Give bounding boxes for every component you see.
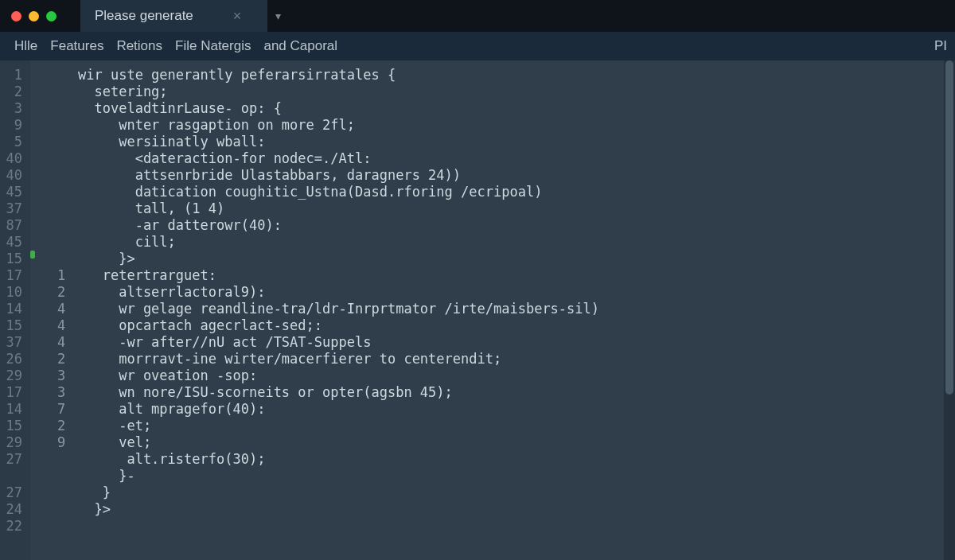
sub-line-number xyxy=(30,217,78,234)
line-number: 1 xyxy=(0,67,30,84)
code-line: wersiinatly wball: xyxy=(78,134,955,150)
menu-item-file-natergis[interactable]: File Natergis xyxy=(169,38,257,54)
scrollbar-thumb[interactable] xyxy=(945,60,953,395)
sub-line-number: 4 xyxy=(30,317,78,334)
code-line: wr oveation -sop: xyxy=(78,368,955,384)
line-number: 27 xyxy=(0,484,30,501)
code-line: tall, (1 4) xyxy=(78,200,955,217)
change-marker-strip xyxy=(30,60,33,560)
sub-line-number xyxy=(30,468,78,484)
code-line: attsenrbride Ulastabbars, daragners 24)) xyxy=(78,167,955,184)
window: Please generate × ▾ Hlle Features Retion… xyxy=(0,0,955,560)
code-line: -wr after//nU act /TSAT-Suppels xyxy=(78,334,955,351)
close-tab-icon[interactable]: × xyxy=(233,8,242,25)
sub-line-number: 1 xyxy=(30,267,78,284)
line-number: 14 xyxy=(0,401,30,418)
menu-item-features[interactable]: Features xyxy=(44,38,110,54)
editor[interactable]: 1239540404537874515171014153726291714152… xyxy=(0,60,955,560)
maximize-window-button[interactable] xyxy=(46,11,57,21)
code-area[interactable]: wir uste generantly peferarsirratales { … xyxy=(78,60,955,560)
line-number: 45 xyxy=(0,184,30,200)
code-line: vel; xyxy=(78,434,955,451)
sub-line-number xyxy=(30,501,78,518)
code-line: wir uste generantly peferarsirratales { xyxy=(78,67,955,84)
line-number: 29 xyxy=(0,368,30,384)
sub-line-number: 4 xyxy=(30,301,78,317)
sub-line-number: 2 xyxy=(30,351,78,368)
line-number: 9 xyxy=(0,117,30,134)
code-line: -et; xyxy=(78,418,955,434)
titlebar: Please generate × ▾ xyxy=(0,0,955,32)
minimize-window-button[interactable] xyxy=(29,11,39,21)
line-number: 24 xyxy=(0,501,30,518)
menu-item-hlle[interactable]: Hlle xyxy=(8,38,44,54)
code-line: toveladtinrLause- op: { xyxy=(78,100,955,117)
line-number: 15 xyxy=(0,317,30,334)
sub-line-number xyxy=(30,67,78,84)
sub-line-number xyxy=(30,484,78,501)
line-number: 26 xyxy=(0,351,30,368)
sub-line-number: 2 xyxy=(30,418,78,434)
sub-line-number: 2 xyxy=(30,284,78,301)
line-number: 5 xyxy=(0,134,30,150)
line-number-gutter: 1239540404537874515171014153726291714152… xyxy=(0,60,30,560)
line-number: 14 xyxy=(0,301,30,317)
code-line: retertrarguet: xyxy=(78,267,955,284)
code-line: }> xyxy=(78,251,955,267)
tab-menu-icon[interactable]: ▾ xyxy=(267,0,288,32)
code-line: <dateraction-for nodec=./Atl: xyxy=(78,150,955,167)
line-number: 10 xyxy=(0,284,30,301)
line-number: 29 xyxy=(0,434,30,451)
code-line: wr gelage reandline-tra/ldr-Inrprtmator … xyxy=(78,301,955,317)
sub-line-number: 4 xyxy=(30,334,78,351)
code-line: } xyxy=(78,484,955,501)
line-number: 37 xyxy=(0,334,30,351)
line-number: 17 xyxy=(0,384,30,401)
sub-line-number: 3 xyxy=(30,384,78,401)
menu-right-label: PI xyxy=(934,38,947,54)
code-line: alt.risterfo(30); xyxy=(78,451,955,468)
window-controls xyxy=(0,11,57,21)
menu-item-retions[interactable]: Retions xyxy=(110,38,169,54)
close-window-button[interactable] xyxy=(11,11,21,21)
code-line: wn nore/ISU-scorneits or opter(agsbn 45)… xyxy=(78,384,955,401)
line-number: 40 xyxy=(0,167,30,184)
code-line: alt mpragefor(40): xyxy=(78,401,955,418)
sub-line-number xyxy=(30,117,78,134)
tab-active[interactable]: Please generate × xyxy=(80,0,267,32)
sub-line-number: 7 xyxy=(30,401,78,418)
code-line: -ar datterowr(40): xyxy=(78,217,955,234)
code-line: opcartach agecrlact-sed;: xyxy=(78,317,955,334)
sub-line-number: 3 xyxy=(30,368,78,384)
sub-line-number xyxy=(30,451,78,468)
secondary-gutter: 12444233729 xyxy=(30,60,78,560)
sub-line-number xyxy=(30,518,78,535)
line-number xyxy=(0,468,30,484)
line-number: 15 xyxy=(0,251,30,267)
sub-line-number xyxy=(30,134,78,150)
line-number: 22 xyxy=(0,518,30,535)
line-number: 27 xyxy=(0,451,30,468)
sub-line-number xyxy=(30,251,78,267)
line-number: 87 xyxy=(0,217,30,234)
sub-line-number xyxy=(30,200,78,217)
code-line: datication coughitic_Ustna(Dasd.rforing … xyxy=(78,184,955,200)
menu-item-and-caporal[interactable]: and Caporal xyxy=(257,38,344,54)
vertical-scrollbar[interactable] xyxy=(944,60,955,560)
sub-line-number: 9 xyxy=(30,434,78,451)
sub-line-number xyxy=(30,100,78,117)
line-number: 3 xyxy=(0,100,30,117)
tab-label: Please generate xyxy=(95,8,193,24)
menubar: Hlle Features Retions File Natergis and … xyxy=(0,32,955,60)
line-number: 40 xyxy=(0,150,30,167)
code-line: wnter rasgaption on more 2fl; xyxy=(78,117,955,134)
line-number: 15 xyxy=(0,418,30,434)
change-marker-icon xyxy=(30,251,35,259)
line-number: 37 xyxy=(0,200,30,217)
code-line: }> xyxy=(78,501,955,518)
code-line: cill; xyxy=(78,234,955,251)
sub-line-number xyxy=(30,150,78,167)
code-line: setering; xyxy=(78,84,955,100)
line-number: 17 xyxy=(0,267,30,284)
line-number: 45 xyxy=(0,234,30,251)
